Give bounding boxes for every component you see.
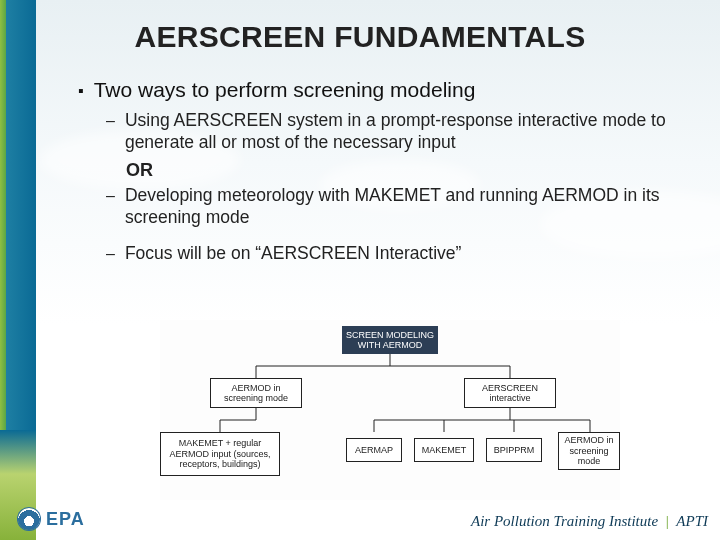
footer-text: Air Pollution Training Institute | APTI (471, 513, 708, 530)
diagram-node-left-mid: AERMOD in screening mode (210, 378, 302, 408)
diagram-node-top: SCREEN MODELING WITH AERMOD (342, 326, 438, 354)
bullet-text: Two ways to perform screening modeling (94, 78, 476, 104)
sidebar-decoration (0, 0, 36, 540)
diagram-node-bottom-3: MAKEMET (414, 438, 474, 462)
sub-bullets: – Using AERSCREEN system in a prompt-res… (106, 110, 692, 265)
epa-flower-icon (18, 508, 40, 530)
or-separator: OR (126, 160, 692, 181)
dash-icon: – (106, 185, 115, 229)
slide: AERSCREEN FUNDAMENTALS ▪ Two ways to per… (0, 0, 720, 540)
bullet-square-icon: ▪ (78, 78, 84, 104)
slide-title: AERSCREEN FUNDAMENTALS (0, 20, 720, 54)
bullet-text: Focus will be on “AERSCREEN Interactive” (125, 243, 462, 265)
content-area: ▪ Two ways to perform screening modeling… (78, 78, 692, 267)
dash-icon: – (106, 110, 115, 154)
bullet-level-2: – Focus will be on “AERSCREEN Interactiv… (106, 243, 692, 265)
diagram-node-bottom-5: AERMOD in screening mode (558, 432, 620, 470)
flow-diagram: SCREEN MODELING WITH AERMOD AERMOD in sc… (160, 320, 620, 500)
epa-logo-text: EPA (46, 509, 85, 530)
bullet-text: Developing meteorology with MAKEMET and … (125, 185, 692, 229)
dash-icon: – (106, 243, 115, 265)
footer-org: Air Pollution Training Institute (471, 513, 658, 529)
bullet-level-2: – Developing meteorology with MAKEMET an… (106, 185, 692, 229)
diagram-node-right-mid: AERSCREEN interactive (464, 378, 556, 408)
diagram-node-bottom-2: AERMAP (346, 438, 402, 462)
bullet-text: Using AERSCREEN system in a prompt-respo… (125, 110, 692, 154)
footer-abbr: APTI (676, 513, 708, 529)
footer-separator: | (666, 513, 669, 529)
epa-logo: EPA (18, 508, 85, 530)
bullet-level-2: – Using AERSCREEN system in a prompt-res… (106, 110, 692, 154)
bullet-level-1: ▪ Two ways to perform screening modeling (78, 78, 692, 104)
diagram-node-bottom-1: MAKEMET + regular AERMOD input (sources,… (160, 432, 280, 476)
diagram-node-bottom-4: BPIPPRM (486, 438, 542, 462)
